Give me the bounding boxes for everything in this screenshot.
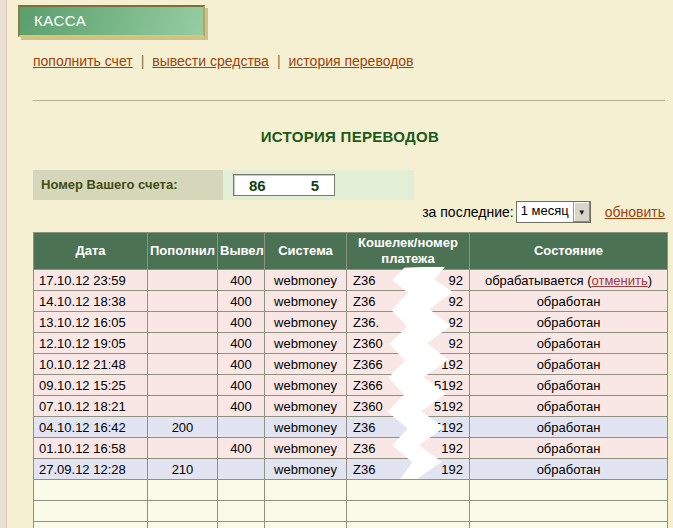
account-number-suffix: 5 [311, 177, 319, 194]
empty-cell [218, 501, 265, 522]
nav-separator: | [277, 53, 281, 69]
empty-cell [148, 501, 218, 522]
empty-table-row [34, 480, 668, 501]
empty-cell [265, 522, 347, 528]
withdraw-cell [218, 459, 265, 480]
wallet-suffix: 5192 [434, 399, 463, 414]
withdraw-cell: 400 [218, 312, 265, 333]
account-number-prefix: 86 [249, 177, 266, 194]
withdraw-cell [218, 417, 265, 438]
wallet-prefix: Z366 [353, 357, 383, 372]
status-cell: обработан [470, 459, 668, 480]
withdraw-cell: 400 [218, 333, 265, 354]
wallet-suffix: 92 [449, 273, 463, 288]
deposit-cell: 210 [148, 459, 218, 480]
header-deposit: Пополнил [148, 233, 218, 270]
history-table-header: Дата Пополнил Вывел Система Кошелек/номе… [34, 233, 668, 270]
account-number-row: Номер Вашего счета: 865 [33, 170, 414, 200]
wallet-prefix: Z36 [353, 420, 375, 435]
withdraw-cell: 400 [218, 291, 265, 312]
account-input-cell: 865 [223, 170, 414, 200]
deposit-cell [148, 438, 218, 459]
status-cell: обрабатывается (отменить) [470, 270, 668, 291]
status-cell: обработан [470, 333, 668, 354]
date-cell: 12.10.12 19:05 [34, 333, 148, 354]
wallet-suffix: 92 [449, 315, 463, 330]
status-cell: обработан [470, 375, 668, 396]
date-cell: 10.10.12 21:48 [34, 354, 148, 375]
deposit-cell [148, 333, 218, 354]
empty-cell [148, 480, 218, 501]
system-cell: webmoney [265, 354, 347, 375]
header-wallet: Кошелек/номер платежа [347, 233, 470, 270]
date-cell: 27.09.12 12:28 [34, 459, 148, 480]
empty-cell [148, 522, 218, 528]
date-cell: 01.10.12 16:58 [34, 438, 148, 459]
refresh-link[interactable]: обновить [605, 204, 665, 220]
wallet-suffix: 92 [449, 336, 463, 351]
empty-cell [470, 522, 668, 528]
status-cell: обработан [470, 354, 668, 375]
history-table-body: 17.10.12 23:59400webmoneyZ3692обрабатыва… [34, 270, 668, 528]
table-row: 09.10.12 15:25400webmoneyZ3665192обработ… [34, 375, 668, 396]
table-row: 10.10.12 21:48400webmoneyZ366192обработа… [34, 354, 668, 375]
table-row: 01.10.12 16:58400webmoneyZ36192обработан [34, 438, 668, 459]
account-number-input[interactable]: 865 [233, 174, 335, 196]
status-cell: обработан [470, 291, 668, 312]
date-cell: 07.10.12 18:21 [34, 396, 148, 417]
wallet-suffix: 92 [449, 294, 463, 309]
empty-cell [265, 480, 347, 501]
empty-cell [218, 522, 265, 528]
panel-title: КАССА [20, 7, 203, 35]
period-filter-label: за последние: [422, 204, 514, 220]
system-cell: webmoney [265, 396, 347, 417]
status-cell: обработан [470, 417, 668, 438]
system-cell: webmoney [265, 375, 347, 396]
header-status: Состояние [470, 233, 668, 270]
nav-link-withdraw[interactable]: вывести средства [152, 53, 269, 69]
wallet-suffix: 192 [441, 441, 463, 456]
period-select-value: 1 месяц [517, 202, 573, 222]
nav-link-history[interactable]: история переводов [289, 53, 414, 69]
withdraw-cell: 400 [218, 270, 265, 291]
date-cell: 13.10.12 16:05 [34, 312, 148, 333]
table-row: 12.10.12 19:05400webmoneyZ36092обработан [34, 333, 668, 354]
header-withdraw: Вывел [218, 233, 265, 270]
cancel-link[interactable]: отменить [592, 273, 648, 288]
empty-cell [34, 501, 148, 522]
empty-cell [347, 501, 470, 522]
system-cell: webmoney [265, 291, 347, 312]
withdraw-cell: 400 [218, 438, 265, 459]
wallet-prefix: Z36 [353, 294, 375, 309]
empty-cell [470, 501, 668, 522]
header-system: Система [265, 233, 347, 270]
system-cell: webmoney [265, 459, 347, 480]
nav-link-topup[interactable]: пополнить счет [33, 53, 133, 69]
chevron-down-icon[interactable]: ▼ [573, 202, 590, 222]
deposit-cell [148, 375, 218, 396]
status-cell: обработан [470, 396, 668, 417]
date-cell: 09.10.12 15:25 [34, 375, 148, 396]
header-date: Дата [34, 233, 148, 270]
wallet-suffix: 192 [441, 462, 463, 477]
deposit-cell [148, 354, 218, 375]
divider-line [33, 100, 665, 101]
deposit-cell [148, 396, 218, 417]
date-cell: 17.10.12 23:59 [34, 270, 148, 291]
empty-cell [265, 501, 347, 522]
empty-table-row [34, 501, 668, 522]
withdraw-cell: 400 [218, 375, 265, 396]
kassa-panel: КАССА [18, 5, 205, 37]
history-table: Дата Пополнил Вывел Система Кошелек/номе… [33, 232, 668, 528]
empty-cell [347, 480, 470, 501]
period-select[interactable]: 1 месяц ▼ [516, 201, 591, 223]
empty-table-row [34, 522, 668, 528]
wallet-prefix: Z36 [353, 441, 375, 456]
date-cell: 14.10.12 18:38 [34, 291, 148, 312]
withdraw-cell: 400 [218, 354, 265, 375]
nav-menu: пополнить счет|вывести средства|история … [33, 53, 414, 69]
system-cell: webmoney [265, 333, 347, 354]
system-cell: webmoney [265, 312, 347, 333]
empty-cell [347, 522, 470, 528]
status-cell: обработан [470, 438, 668, 459]
